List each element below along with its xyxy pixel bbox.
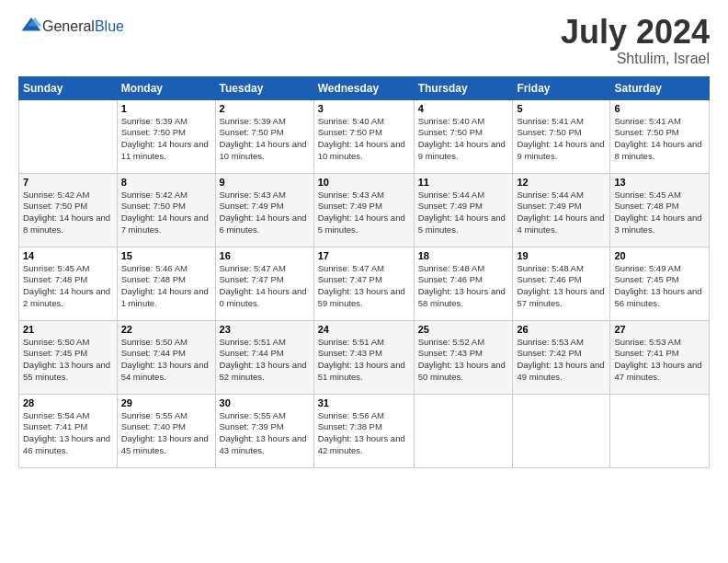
calendar-week-row: 1Sunrise: 5:39 AMSunset: 7:50 PMDaylight… [19,99,710,173]
table-row: 17Sunrise: 5:47 AMSunset: 7:47 PMDayligh… [313,247,414,320]
table-row [414,394,513,467]
table-row: 12Sunrise: 5:44 AMSunset: 7:49 PMDayligh… [513,173,610,247]
table-row [610,394,710,467]
calendar-week-row: 7Sunrise: 5:42 AMSunset: 7:50 PMDaylight… [19,173,710,247]
table-row: 23Sunrise: 5:51 AMSunset: 7:44 PMDayligh… [215,320,313,394]
day-info: Sunrise: 5:44 AMSunset: 7:49 PMDaylight:… [517,190,606,236]
day-number: 1 [121,103,211,114]
day-info: Sunrise: 5:48 AMSunset: 7:46 PMDaylight:… [517,263,606,310]
month-year-title: July 2024 [561,14,710,51]
table-row: 3Sunrise: 5:40 AMSunset: 7:50 PMDaylight… [313,99,414,173]
logo-icon [20,14,42,36]
day-info: Sunrise: 5:40 AMSunset: 7:50 PMDaylight:… [318,116,410,163]
day-number: 9 [220,177,310,188]
table-row: 9Sunrise: 5:43 AMSunset: 7:49 PMDaylight… [215,173,313,247]
table-row: 1Sunrise: 5:39 AMSunset: 7:50 PMDaylight… [117,99,215,173]
day-number: 25 [418,324,509,335]
day-info: Sunrise: 5:52 AMSunset: 7:43 PMDaylight:… [418,337,509,384]
day-number: 5 [517,103,606,114]
table-row [19,99,118,173]
table-row: 27Sunrise: 5:53 AMSunset: 7:41 PMDayligh… [610,320,710,394]
table-row: 5Sunrise: 5:41 AMSunset: 7:50 PMDaylight… [513,99,610,173]
col-thursday: Thursday [414,76,513,99]
day-number: 28 [23,397,113,408]
title-block: July 2024 Shtulim, Israel [561,14,710,67]
day-info: Sunrise: 5:55 AMSunset: 7:40 PMDaylight:… [121,410,211,457]
table-row: 4Sunrise: 5:40 AMSunset: 7:50 PMDaylight… [414,99,513,173]
table-row: 16Sunrise: 5:47 AMSunset: 7:47 PMDayligh… [215,247,313,320]
day-info: Sunrise: 5:45 AMSunset: 7:48 PMDaylight:… [614,190,705,236]
day-number: 6 [614,103,705,114]
day-info: Sunrise: 5:41 AMSunset: 7:50 PMDaylight:… [517,116,606,163]
day-info: Sunrise: 5:48 AMSunset: 7:46 PMDaylight:… [418,263,509,310]
day-number: 10 [318,177,410,188]
day-info: Sunrise: 5:54 AMSunset: 7:41 PMDaylight:… [23,410,113,457]
logo: GeneralBlue [18,14,124,40]
day-info: Sunrise: 5:42 AMSunset: 7:50 PMDaylight:… [121,190,211,236]
calendar-week-row: 21Sunrise: 5:50 AMSunset: 7:45 PMDayligh… [19,320,710,394]
day-number: 19 [517,250,606,261]
table-row: 22Sunrise: 5:50 AMSunset: 7:44 PMDayligh… [117,320,215,394]
day-number: 15 [121,250,211,261]
day-info: Sunrise: 5:43 AMSunset: 7:49 PMDaylight:… [318,190,410,236]
table-row: 14Sunrise: 5:45 AMSunset: 7:48 PMDayligh… [19,247,118,320]
table-row: 2Sunrise: 5:39 AMSunset: 7:50 PMDaylight… [215,99,313,173]
day-number: 11 [418,177,509,188]
table-row: 24Sunrise: 5:51 AMSunset: 7:43 PMDayligh… [313,320,414,394]
day-number: 17 [318,250,410,261]
calendar-week-row: 28Sunrise: 5:54 AMSunset: 7:41 PMDayligh… [19,394,710,467]
day-info: Sunrise: 5:39 AMSunset: 7:50 PMDaylight:… [220,116,310,163]
table-row: 18Sunrise: 5:48 AMSunset: 7:46 PMDayligh… [414,247,513,320]
day-number: 27 [614,324,705,335]
day-number: 14 [23,250,113,261]
day-info: Sunrise: 5:41 AMSunset: 7:50 PMDaylight:… [614,116,705,163]
day-number: 30 [220,397,310,408]
day-info: Sunrise: 5:44 AMSunset: 7:49 PMDaylight:… [418,190,509,236]
day-info: Sunrise: 5:39 AMSunset: 7:50 PMDaylight:… [121,116,211,163]
location-subtitle: Shtulim, Israel [561,51,710,67]
table-row [513,394,610,467]
day-number: 21 [23,324,113,335]
logo-blue-text: Blue [95,18,124,34]
calendar-table: Sunday Monday Tuesday Wednesday Thursday… [18,76,710,468]
col-saturday: Saturday [610,76,710,99]
day-number: 8 [121,177,211,188]
table-row: 8Sunrise: 5:42 AMSunset: 7:50 PMDaylight… [117,173,215,247]
col-monday: Monday [117,76,215,99]
table-row: 29Sunrise: 5:55 AMSunset: 7:40 PMDayligh… [117,394,215,467]
day-number: 13 [614,177,705,188]
col-sunday: Sunday [19,76,118,99]
table-row: 15Sunrise: 5:46 AMSunset: 7:48 PMDayligh… [117,247,215,320]
day-info: Sunrise: 5:46 AMSunset: 7:48 PMDaylight:… [121,263,211,310]
day-number: 31 [318,397,410,408]
calendar-page: GeneralBlue July 2024 Shtulim, Israel Su… [0,0,728,563]
day-info: Sunrise: 5:43 AMSunset: 7:49 PMDaylight:… [220,190,310,236]
table-row: 7Sunrise: 5:42 AMSunset: 7:50 PMDaylight… [19,173,118,247]
day-number: 7 [23,177,113,188]
day-number: 12 [517,177,606,188]
day-info: Sunrise: 5:47 AMSunset: 7:47 PMDaylight:… [220,263,310,310]
day-info: Sunrise: 5:50 AMSunset: 7:44 PMDaylight:… [121,337,211,384]
day-info: Sunrise: 5:40 AMSunset: 7:50 PMDaylight:… [418,116,509,163]
day-number: 18 [418,250,509,261]
day-info: Sunrise: 5:53 AMSunset: 7:41 PMDaylight:… [614,337,705,384]
day-number: 23 [220,324,310,335]
day-info: Sunrise: 5:51 AMSunset: 7:44 PMDaylight:… [220,337,310,384]
col-wednesday: Wednesday [313,76,414,99]
table-row: 20Sunrise: 5:49 AMSunset: 7:45 PMDayligh… [610,247,710,320]
day-info: Sunrise: 5:45 AMSunset: 7:48 PMDaylight:… [23,263,113,310]
table-row: 31Sunrise: 5:56 AMSunset: 7:38 PMDayligh… [313,394,414,467]
table-row: 28Sunrise: 5:54 AMSunset: 7:41 PMDayligh… [19,394,118,467]
table-row: 13Sunrise: 5:45 AMSunset: 7:48 PMDayligh… [610,173,710,247]
table-row: 26Sunrise: 5:53 AMSunset: 7:42 PMDayligh… [513,320,610,394]
day-number: 3 [318,103,410,114]
day-info: Sunrise: 5:42 AMSunset: 7:50 PMDaylight:… [23,190,113,236]
table-row: 25Sunrise: 5:52 AMSunset: 7:43 PMDayligh… [414,320,513,394]
logo-general-text: General [42,18,95,34]
table-row: 11Sunrise: 5:44 AMSunset: 7:49 PMDayligh… [414,173,513,247]
day-info: Sunrise: 5:51 AMSunset: 7:43 PMDaylight:… [318,337,410,384]
day-info: Sunrise: 5:47 AMSunset: 7:47 PMDaylight:… [318,263,410,310]
col-friday: Friday [513,76,610,99]
day-number: 26 [517,324,606,335]
day-info: Sunrise: 5:50 AMSunset: 7:45 PMDaylight:… [23,337,113,384]
